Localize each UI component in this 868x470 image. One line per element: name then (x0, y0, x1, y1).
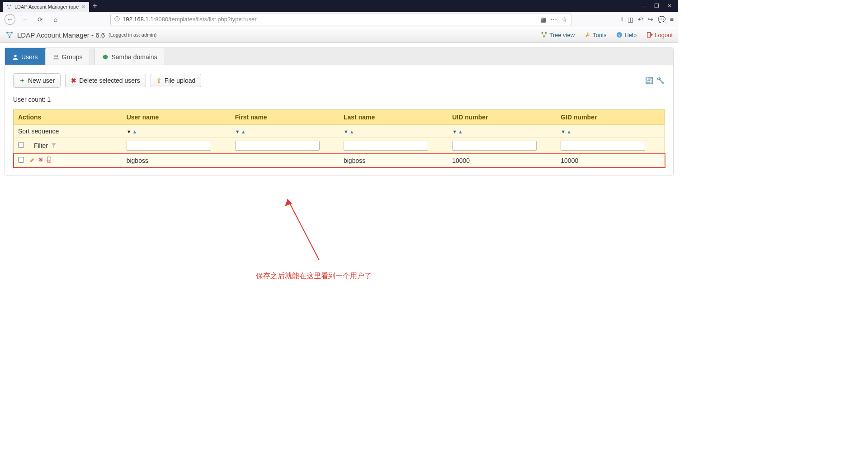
delete-selected-label: Delete selected users (79, 77, 140, 84)
svg-rect-11 (543, 36, 545, 38)
nav-forward-button[interactable]: → (19, 14, 31, 25)
plus-icon: ＋ (19, 76, 25, 85)
logout-link[interactable]: Logout (646, 32, 673, 38)
cell-uid: 10000 (448, 154, 556, 167)
svg-text:?: ? (618, 33, 621, 38)
page-actions-icon[interactable]: ⋯ (551, 16, 557, 23)
hamburger-menu-icon[interactable]: ≡ (670, 16, 674, 23)
svg-point-0 (7, 5, 9, 6)
window-minimize-icon[interactable]: ― (641, 3, 646, 9)
browser-titlebar: LDAP Account Manager (ope ✕ + ― ❐ ✕ (0, 0, 678, 12)
nav-back-button[interactable]: ← (5, 14, 15, 25)
filter-lastname-input[interactable] (344, 141, 428, 151)
table-header-row: Actions User name First name Last name U… (14, 110, 665, 125)
tools-link[interactable]: Tools (585, 32, 606, 38)
sort-gid[interactable]: ▼▲ (561, 129, 571, 134)
x-icon: ✖ (71, 77, 76, 84)
new-user-button[interactable]: ＋ New user (13, 73, 61, 88)
delete-icon[interactable] (38, 157, 44, 163)
cell-firstname (231, 154, 339, 167)
url-bar[interactable]: ⓘ 192.168.1.1:8080/templates/lists/list.… (110, 14, 571, 25)
browser-tab[interactable]: LDAP Account Manager (ope ✕ (3, 2, 89, 12)
cell-username: bigboss (122, 154, 231, 167)
th-uid[interactable]: UID number (448, 110, 556, 125)
undo-icon[interactable]: ↶ (638, 16, 643, 23)
url-text: 192.168.1.1:8080/templates/lists/list.ph… (123, 16, 257, 23)
sort-row: Sort sequence ▼▲ ▼▲ ▼▲ ▼▲ ▼▲ (14, 125, 665, 138)
th-gid[interactable]: GID number (556, 110, 665, 125)
window-controls: ― ❐ ✕ (641, 3, 678, 9)
site-info-icon[interactable]: ⓘ (114, 15, 120, 23)
browser-tab-close-icon[interactable]: ✕ (81, 4, 85, 10)
settings-wrench-icon[interactable]: 🔧 (656, 76, 665, 85)
th-firstname[interactable]: First name (231, 110, 339, 125)
table-row[interactable]: PDF bigboss bigboss 10000 10000 (14, 154, 665, 167)
file-upload-button[interactable]: ⇧ File upload (151, 74, 202, 87)
lam-favicon (6, 4, 12, 9)
row-checkbox[interactable] (18, 157, 24, 163)
svg-rect-10 (545, 32, 547, 34)
filter-icon[interactable] (51, 142, 57, 149)
chat-icon[interactable]: 💬 (658, 16, 665, 23)
library-icon[interactable]: ⫴ (620, 15, 623, 23)
window-close-icon[interactable]: ✕ (667, 3, 672, 9)
filter-label-wrap: Filter (34, 142, 57, 149)
nav-reload-button[interactable]: ⟳ (34, 14, 46, 25)
toolbar: ＋ New user ✖ Delete selected users ⇧ Fil… (13, 73, 665, 88)
app-title: LDAP Account Manager - 6.6 (17, 31, 105, 39)
tab-groups[interactable]: Groups (46, 48, 90, 65)
browser-navbar: ← → ⟳ ⌂ ⓘ 192.168.1.1:8080/templates/lis… (0, 12, 678, 27)
svg-rect-9 (542, 32, 543, 34)
delete-selected-button[interactable]: ✖ Delete selected users (65, 74, 146, 87)
bookmark-star-icon[interactable]: ☆ (561, 16, 567, 23)
logout-label: Logout (655, 32, 673, 38)
window-maximize-icon[interactable]: ❐ (654, 3, 659, 9)
list-settings: 🔄 🔧 (645, 76, 665, 85)
url-path: :8080/templates/lists/list.php?type=user (154, 16, 257, 23)
svg-point-1 (10, 5, 11, 6)
logged-in-text: (Logged in as: admin) (108, 32, 156, 38)
svg-point-19 (56, 55, 58, 57)
new-tab-button[interactable]: + (93, 2, 97, 10)
edit-icon[interactable] (29, 157, 36, 163)
tab-samba[interactable]: Samba domains (94, 48, 165, 65)
help-label: Help (624, 32, 637, 38)
svg-text:PDF: PDF (47, 159, 52, 162)
sort-firstname[interactable]: ▼▲ (235, 129, 246, 134)
nav-home-button[interactable]: ⌂ (50, 14, 61, 25)
user-count: User count: 1 (13, 96, 665, 103)
filter-firstname-input[interactable] (235, 141, 320, 151)
filter-username-input[interactable] (127, 141, 211, 151)
help-icon: ? (616, 32, 623, 38)
filter-label: Filter (34, 142, 48, 149)
tree-view-label: Tree view (549, 32, 575, 38)
sort-lastname[interactable]: ▼▲ (344, 129, 354, 134)
url-host: 192.168.1.1 (123, 16, 154, 23)
tree-view-link[interactable]: Tree view (541, 32, 575, 38)
logout-icon (646, 32, 653, 38)
sidebar-icon[interactable]: ◫ (627, 16, 633, 23)
lam-logo-icon (5, 31, 14, 39)
filter-gid-input[interactable] (561, 141, 645, 151)
qr-icon[interactable]: ▦ (540, 16, 546, 23)
svg-line-13 (544, 33, 546, 35)
tab-users[interactable]: Users (5, 48, 46, 65)
sort-username[interactable]: ▼▲ (127, 129, 137, 134)
pdf-icon[interactable]: PDF (46, 157, 52, 163)
refresh-icon[interactable]: 🔄 (645, 76, 654, 85)
forward-ext-icon[interactable]: ↪ (648, 16, 653, 23)
th-actions: Actions (14, 110, 122, 125)
th-lastname[interactable]: Last name (339, 110, 448, 125)
tab-groups-label: Groups (62, 53, 83, 61)
app-header: LDAP Account Manager - 6.6 (Logged in as… (0, 27, 678, 43)
select-all-checkbox[interactable] (18, 142, 24, 148)
type-tabs: Users Groups Samba domains (5, 48, 673, 65)
url-bar-actions: ▦ ⋯ ☆ (540, 16, 567, 23)
user-count-label: User count: (13, 96, 46, 103)
filter-uid-input[interactable] (452, 141, 537, 151)
svg-point-18 (54, 55, 56, 57)
sort-uid[interactable]: ▼▲ (452, 129, 463, 134)
th-username[interactable]: User name (122, 110, 231, 125)
upload-icon: ⇧ (156, 77, 162, 84)
help-link[interactable]: ? Help (616, 32, 637, 38)
